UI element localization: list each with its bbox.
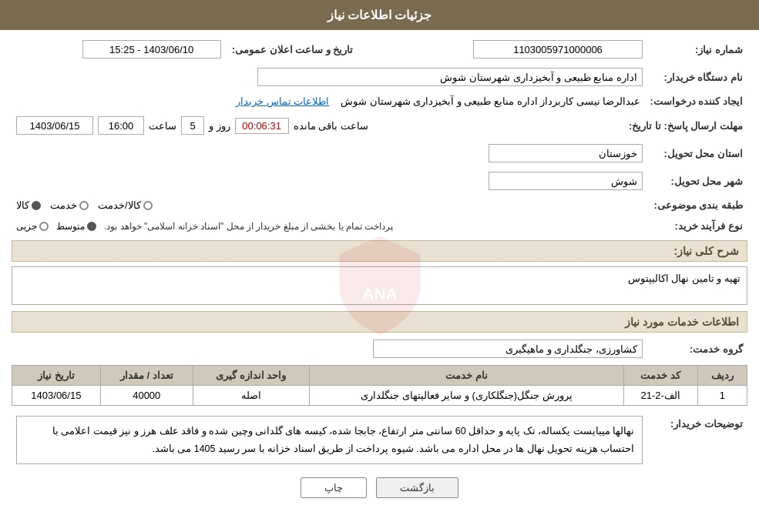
category-table: طبقه بندی موضوعی: کالا/خدمت خدمت: [12, 197, 747, 213]
page-title: جزئیات اطلاعات نیاز: [327, 8, 432, 22]
need-desc-section-title: شرح کلی نیاز:: [12, 240, 747, 262]
city-table: شهر محل تحویل: شوش: [12, 169, 747, 192]
city-value: شوش: [12, 169, 647, 192]
cell-row: 1: [697, 386, 747, 406]
announce-date-value: 1403/06/10 - 15:25: [12, 38, 226, 61]
category-khadamat-label: خدمت: [50, 199, 77, 211]
category-option-khadamat: خدمت: [50, 199, 89, 211]
need-desc-box: تهیه و تامین نهال اکالیپتوس: [12, 266, 747, 305]
process-table: نوع فرآیند خرید: پرداخت تمام یا بخشی از …: [12, 218, 747, 234]
radio-mutavasset-dot: [87, 222, 96, 231]
col-name: نام خدمت: [310, 366, 624, 386]
process-option-jozi: جزیی: [16, 221, 49, 232]
print-button[interactable]: چاپ: [301, 477, 367, 498]
expire-time-label: ساعت: [149, 120, 176, 132]
cell-code: الف-2-21: [623, 386, 697, 406]
contact-link[interactable]: اطلاعات تماس خریدار: [236, 95, 329, 107]
expire-time: 16:00: [98, 116, 144, 135]
col-date: تاریخ نیاز: [12, 366, 101, 386]
category-options-row: کالا/خدمت خدمت کالا: [12, 197, 647, 213]
process-mutavasset-label: متوسط: [56, 221, 85, 232]
cell-name: پرورش جنگل(جنگلکاری) و سایر فعالیتهای جن…: [310, 386, 624, 406]
category-kala-label: کالا: [16, 199, 29, 211]
expire-date: 1403/06/15: [16, 116, 93, 135]
category-option-kala-khadamat: کالا/خدمت: [98, 199, 153, 211]
creator-text: عبدالرضا نیسی کاربرداز اداره منابع طبیعی…: [341, 95, 641, 107]
radio-jozi-dot: [39, 222, 49, 231]
cell-unit: اصله: [193, 386, 309, 406]
col-row: ردیف: [697, 366, 747, 386]
buyer-notes-table: توضیحات خریدار: نهالها میبایست یکساله، ت…: [12, 413, 747, 467]
category-option-kala[interactable]: کالا: [16, 199, 41, 211]
creator-label: ایجاد کننده درخواست:: [645, 93, 747, 109]
cell-date: 1403/06/15: [12, 386, 101, 406]
need-number-label: شماره نیاز:: [647, 38, 747, 61]
expire-row: ساعت باقی مانده 00:06:31 روز و 5 ساعت 16…: [12, 114, 624, 137]
basic-info-table: شماره نیاز: 1103005971000006 تاریخ و ساع…: [12, 38, 747, 61]
need-number-input: 1103005971000006: [473, 40, 643, 59]
need-desc-area: تهیه و تامین نهال اکالیپتوس ANA: [12, 266, 747, 305]
process-jozi-label: جزیی: [16, 221, 37, 232]
buyer-org-table: نام دستگاه خریدار: اداره منابع طبیعی و آ…: [12, 65, 747, 89]
col-unit: واحد اندازه گیری: [193, 366, 309, 386]
province-input: خوزستان: [489, 144, 643, 162]
radio-kala-dot: [32, 201, 41, 210]
buyer-org-input: اداره منابع طبیعی و آبخیزداری شهرستان شو…: [257, 68, 643, 86]
buyer-notes-box: نهالها میبایست یکساله، تک پایه و حداقل 6…: [16, 416, 643, 464]
radio-khadamat-dot: [79, 201, 89, 210]
need-desc-text: تهیه و تامین نهال اکالیپتوس: [628, 273, 741, 284]
city-input: شوش: [489, 172, 643, 190]
buyer-notes-value: نهالها میبایست یکساله، تک پایه و حداقل 6…: [12, 413, 647, 467]
services-grid: ردیف کد خدمت نام خدمت واحد اندازه گیری ت…: [12, 365, 747, 406]
table-row: 1 الف-2-21 پرورش جنگل(جنگلکاری) و سایر ف…: [12, 386, 747, 406]
creator-value: عبدالرضا نیسی کاربرداز اداره منابع طبیعی…: [12, 93, 645, 109]
page-header: جزئیات اطلاعات نیاز: [0, 0, 759, 30]
col-code: کد خدمت: [623, 366, 697, 386]
announce-date-input: 1403/06/10 - 15:25: [82, 40, 221, 59]
remaining-time: 00:06:31: [235, 118, 289, 134]
announce-date-label: تاریخ و ساعت اعلان عمومی:: [226, 38, 358, 61]
page-wrapper: جزئیات اطلاعات نیاز شماره نیاز: 11030059…: [0, 0, 759, 532]
expire-days: 5: [181, 116, 204, 135]
province-table: استان محل تحویل: خوزستان: [12, 142, 747, 165]
back-button[interactable]: بازگشت: [376, 477, 458, 498]
service-group-value: کشاورزی، جنگلداری و ماهیگیری: [12, 337, 647, 360]
province-value: خوزستان: [12, 142, 647, 165]
service-group-input: کشاورزی، جنگلداری و ماهیگیری: [373, 340, 643, 358]
service-info-title: اطلاعات خدمات مورد نیاز: [12, 311, 747, 333]
remaining-label: ساعت باقی مانده: [294, 120, 368, 132]
category-label: طبقه بندی موضوعی:: [647, 197, 747, 213]
content-area: شماره نیاز: 1103005971000006 تاریخ و ساع…: [0, 30, 759, 514]
cell-qty: 40000: [100, 386, 193, 406]
expire-label: مهلت ارسال پاسخ: تا تاریخ:: [624, 114, 747, 137]
action-buttons: بازگشت چاپ: [12, 477, 747, 498]
process-note: پرداخت تمام یا بخشی از مبلغ خریدار از مح…: [104, 221, 393, 232]
category-kala-khadamat-label: کالا/خدمت: [98, 199, 141, 211]
buyer-notes-label: توضیحات خریدار:: [647, 413, 747, 467]
service-group-label: گروه خدمت:: [647, 337, 747, 360]
creator-table: ایجاد کننده درخواست: عبدالرضا نیسی کاربر…: [12, 93, 747, 109]
process-row: پرداخت تمام یا بخشی از مبلغ خریدار از مح…: [12, 218, 647, 234]
service-group-table: گروه خدمت: کشاورزی، جنگلداری و ماهیگیری: [12, 337, 747, 360]
process-option-mutavasset[interactable]: متوسط: [56, 221, 96, 232]
province-label: استان محل تحویل:: [647, 142, 747, 165]
expire-day-label: روز و: [209, 120, 230, 132]
buyer-org-value: اداره منابع طبیعی و آبخیزداری شهرستان شو…: [12, 65, 647, 89]
col-qty: تعداد / مقدار: [100, 366, 193, 386]
need-number-value: 1103005971000006: [388, 38, 647, 61]
buyer-notes-text: نهالها میبایست یکساله، تک پایه و حداقل 6…: [52, 426, 634, 454]
process-label: نوع فرآیند خرید:: [647, 218, 747, 234]
city-label: شهر محل تحویل:: [647, 169, 747, 192]
buyer-org-label: نام دستگاه خریدار:: [647, 65, 747, 89]
expire-table: مهلت ارسال پاسخ: تا تاریخ: ساعت باقی مان…: [12, 114, 747, 137]
radio-kala-khadamat-dot: [143, 201, 153, 210]
